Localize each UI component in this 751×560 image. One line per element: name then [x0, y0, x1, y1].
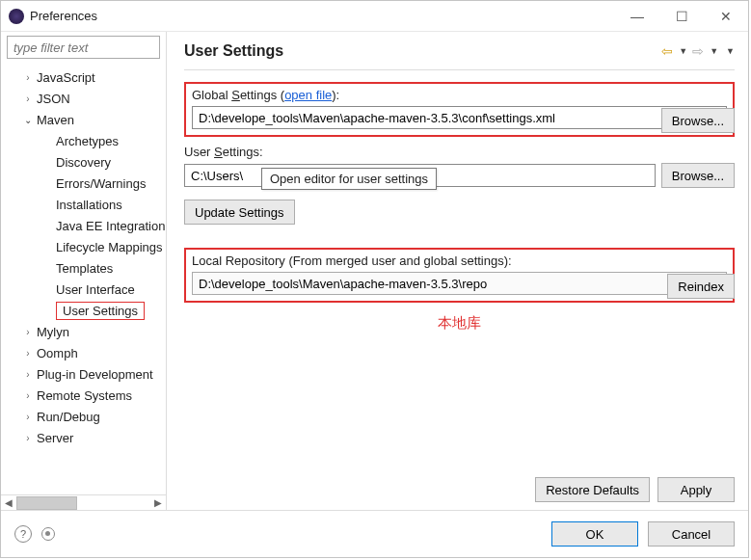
page-title: User Settings [184, 42, 658, 60]
nav-view-menu[interactable]: ▼ [726, 46, 735, 56]
tree-item-label: Archetypes [56, 134, 119, 148]
cancel-button[interactable]: Cancel [648, 521, 735, 547]
tree-item[interactable]: ›JavaScript [1, 67, 166, 88]
chevron-right-icon[interactable]: › [20, 69, 36, 85]
preferences-window: Preferences — ☐ ✕ ›JavaScript›JSON⌄Maven… [0, 0, 749, 558]
tree-item[interactable]: ›Remote Systems [1, 385, 166, 406]
tree-item[interactable]: ›Server [1, 427, 166, 448]
window-title: Preferences [30, 9, 615, 23]
tree-item[interactable]: ›Run/Debug [1, 406, 166, 427]
tree-item[interactable]: User Interface [1, 279, 166, 300]
chevron-right-icon[interactable]: › [20, 387, 36, 403]
tree-item-label: Mylyn [37, 325, 69, 339]
tree-item-label: Lifecycle Mappings [56, 240, 163, 254]
nav-back-icon[interactable]: ⇦ [658, 42, 676, 60]
nav-back-menu[interactable]: ▼ [679, 46, 687, 56]
tree-item-label: Server [37, 431, 73, 445]
tree-item-label: Installations [56, 198, 122, 212]
tree-item[interactable]: Lifecycle Mappings [1, 236, 166, 257]
maximize-button[interactable]: ☐ [659, 2, 704, 31]
local-repo-label: Local Repository (From merged user and g… [192, 253, 512, 268]
tree-item-label: User Interface [56, 282, 135, 297]
tooltip: Open editor for user settings [261, 168, 437, 190]
close-button[interactable]: ✕ [704, 2, 748, 31]
chevron-right-icon[interactable]: › [20, 430, 36, 445]
tree-item-label: JavaScript [37, 70, 95, 85]
tree-item[interactable]: Archetypes [1, 130, 166, 151]
tree-item-label: Plug-in Development [37, 367, 153, 382]
nav-forward-menu[interactable]: ▼ [710, 46, 718, 56]
update-settings-button[interactable]: Update Settings [184, 200, 295, 225]
titlebar: Preferences — ☐ ✕ [1, 1, 748, 32]
tree-item[interactable]: User Settings [1, 300, 166, 321]
tree-item-label: Discovery [56, 155, 111, 170]
tree-item-label: JSON [37, 92, 70, 106]
import-export-icon[interactable] [41, 527, 55, 541]
tree-item-label: Run/Debug [37, 410, 100, 424]
app-icon [9, 9, 24, 24]
global-browse-button[interactable]: Browse... [661, 108, 735, 133]
tree-item-label: Remote Systems [37, 388, 132, 403]
dialog-button-bar: ? OK Cancel [1, 511, 748, 557]
annotation-text: 本地库 [184, 314, 735, 333]
tree-item[interactable]: Templates [1, 257, 166, 279]
ok-button[interactable]: OK [551, 521, 638, 547]
tree-item[interactable]: Discovery [1, 151, 166, 173]
sidebar: ›JavaScript›JSON⌄MavenArchetypesDiscover… [1, 32, 167, 510]
chevron-down-icon[interactable]: ⌄ [20, 112, 36, 127]
tree-item[interactable]: ›Plug-in Development [1, 363, 166, 385]
nav-forward-icon[interactable]: ⇨ [689, 42, 707, 60]
tree-item-label: Templates [56, 261, 113, 276]
tree-item[interactable]: Installations [1, 194, 166, 215]
help-icon[interactable]: ? [14, 525, 32, 543]
user-settings-label: User Settings: [184, 145, 263, 159]
chevron-right-icon[interactable]: › [20, 366, 36, 382]
chevron-right-icon[interactable]: › [20, 409, 36, 424]
tree-h-scrollbar[interactable]: ◀ ▶ [1, 494, 166, 510]
user-browse-button[interactable]: Browse... [661, 163, 735, 188]
tree-item[interactable]: ›Oomph [1, 342, 166, 363]
minimize-button[interactable]: — [615, 2, 659, 31]
tree-item-label: Errors/Warnings [56, 176, 146, 191]
tree-item-label: Oomph [37, 346, 78, 360]
chevron-right-icon[interactable]: › [20, 345, 36, 360]
tree-item[interactable]: Java EE Integration [1, 215, 166, 236]
preferences-tree[interactable]: ›JavaScript›JSON⌄MavenArchetypesDiscover… [1, 65, 166, 494]
tree-item[interactable]: Errors/Warnings [1, 173, 166, 194]
chevron-right-icon[interactable]: › [20, 91, 36, 106]
restore-defaults-button[interactable]: Restore Defaults [535, 477, 650, 502]
tree-item-label: User Settings [56, 302, 145, 320]
tree-item-label: Java EE Integration [56, 219, 165, 233]
apply-button[interactable]: Apply [657, 477, 735, 502]
filter-input[interactable] [7, 36, 160, 59]
chevron-right-icon[interactable]: › [20, 324, 36, 339]
settings-panel: User Settings ⇦ ▼ ⇨ ▼ ▼ Global Settings … [167, 32, 748, 510]
tree-item[interactable]: ⌄Maven [1, 109, 166, 130]
open-file-link[interactable]: open file [284, 88, 332, 102]
reindex-button[interactable]: Reindex [667, 274, 735, 299]
tree-item[interactable]: ›JSON [1, 88, 166, 109]
global-settings-label: Global Settings (open file): [192, 88, 339, 102]
tree-item-label: Maven [37, 113, 74, 127]
tree-item[interactable]: ›Mylyn [1, 321, 166, 342]
